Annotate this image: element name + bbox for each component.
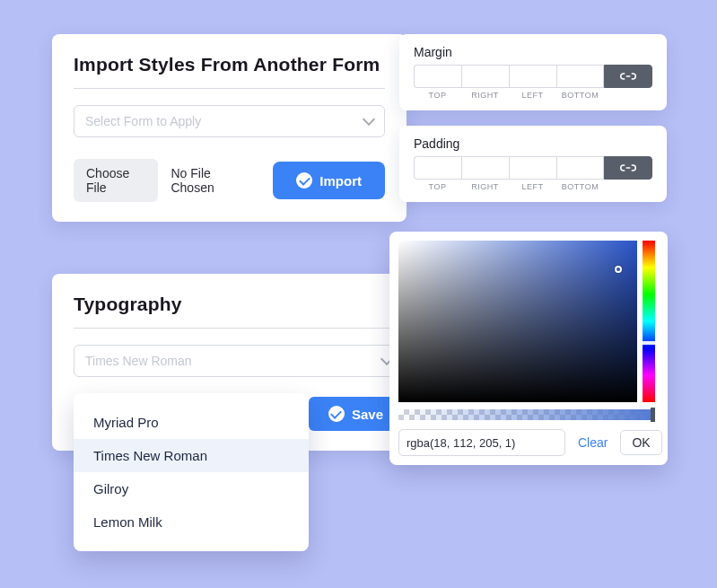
import-button[interactable]: Import	[273, 162, 385, 199]
margin-inputs	[414, 65, 652, 88]
typography-title: Typography	[74, 294, 403, 315]
margin-bottom-input[interactable]	[556, 65, 604, 88]
padding-left-input[interactable]	[509, 156, 556, 180]
font-option[interactable]: Times New Roman	[74, 439, 309, 472]
hue-slider[interactable]	[643, 241, 655, 402]
margin-left-input[interactable]	[509, 65, 556, 88]
padding-sub-bottom: BOTTOM	[556, 182, 604, 191]
file-status: No File Chosen	[171, 166, 248, 195]
import-styles-title: Import Styles From Another Form	[74, 54, 385, 75]
import-styles-card: Import Styles From Another Form Select F…	[52, 34, 407, 222]
margin-panel: Margin TOP RIGHT LEFT BOTTOM	[399, 34, 667, 110]
margin-sub-left: LEFT	[509, 91, 556, 100]
divider	[74, 328, 403, 329]
check-circle-icon	[296, 172, 312, 189]
padding-right-input[interactable]	[461, 156, 509, 180]
font-dropdown: Myriad Pro Times New Roman Gilroy Lemon …	[74, 393, 309, 551]
margin-top-input[interactable]	[414, 65, 461, 88]
link-icon	[620, 70, 636, 83]
choose-file-button[interactable]: Choose File	[74, 159, 158, 202]
font-select[interactable]: Times New Roman	[74, 345, 403, 377]
import-button-label: Import	[319, 173, 362, 189]
padding-link-button[interactable]	[604, 156, 652, 180]
font-option[interactable]: Gilroy	[74, 472, 309, 505]
form-select[interactable]: Select Form to Apply	[74, 105, 385, 137]
form-select-placeholder: Select Form to Apply	[85, 114, 201, 128]
margin-link-button[interactable]	[604, 65, 652, 88]
saturation-field[interactable]	[398, 241, 637, 402]
font-option[interactable]: Lemon Milk	[74, 505, 309, 539]
alpha-slider[interactable]	[398, 409, 655, 420]
color-cursor[interactable]	[615, 266, 622, 273]
font-select-value: Times New Roman	[85, 354, 192, 368]
hue-handle[interactable]	[641, 341, 657, 345]
alpha-handle[interactable]	[651, 408, 655, 422]
divider	[74, 88, 385, 89]
padding-sub-right: RIGHT	[461, 182, 509, 191]
save-button-label: Save	[352, 407, 383, 422]
padding-inputs	[414, 156, 652, 180]
color-value-input[interactable]	[398, 429, 565, 456]
chevron-down-icon	[363, 113, 375, 126]
margin-sub-right: RIGHT	[461, 91, 509, 100]
padding-panel: Padding TOP RIGHT LEFT BOTTOM	[399, 126, 667, 202]
check-circle-icon	[328, 406, 345, 422]
clear-button[interactable]: Clear	[573, 435, 613, 450]
padding-sub-left: LEFT	[509, 182, 556, 191]
padding-top-input[interactable]	[414, 156, 461, 180]
margin-sub-top: TOP	[414, 91, 461, 100]
link-icon	[620, 162, 636, 174]
font-option[interactable]: Myriad Pro	[74, 406, 309, 439]
margin-label: Margin	[414, 45, 652, 59]
padding-sub-top: TOP	[414, 182, 461, 191]
margin-sub-bottom: BOTTOM	[556, 91, 604, 100]
padding-label: Padding	[414, 136, 652, 151]
color-picker: Clear OK	[389, 232, 668, 465]
margin-right-input[interactable]	[461, 65, 509, 88]
ok-button[interactable]: OK	[620, 430, 661, 455]
padding-bottom-input[interactable]	[556, 156, 604, 180]
